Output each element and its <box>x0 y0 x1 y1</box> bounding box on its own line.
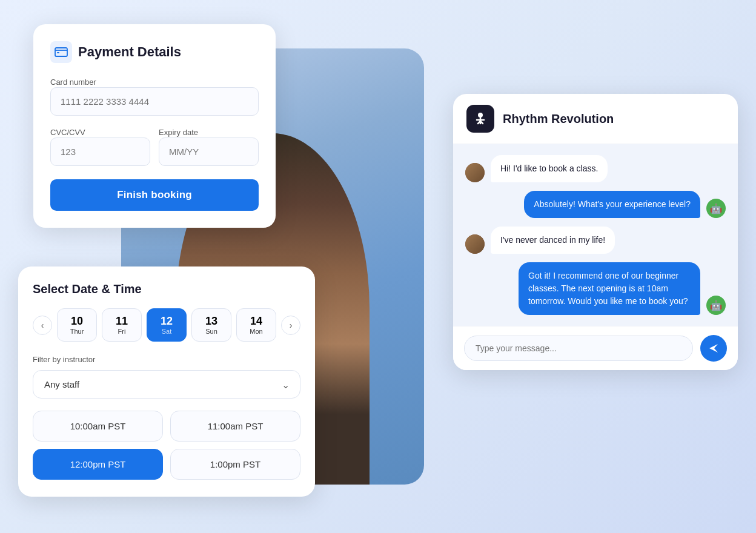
time-slot-3[interactable]: 1:00pm PST <box>170 449 300 480</box>
datetime-title: Select Date & Time <box>33 282 300 296</box>
time-slot-1[interactable]: 11:00am PST <box>170 411 300 442</box>
date-pills: 10Thur11Fri12Sat13Sun14Mon <box>57 308 276 342</box>
bot-message: Absolutely! What's your experience level… <box>524 191 700 218</box>
card-number-input[interactable] <box>50 87 259 116</box>
chat-input[interactable] <box>464 336 693 361</box>
time-slot-2[interactable]: 12:00pm PST <box>33 449 163 480</box>
finish-booking-button[interactable]: Finish booking <box>50 179 259 211</box>
date-pill-12[interactable]: 12Sat <box>147 308 187 342</box>
user-avatar <box>465 163 485 182</box>
user-avatar <box>465 234 485 254</box>
chat-title: Rhythm Revolution <box>503 112 614 126</box>
payment-title: Payment Details <box>78 44 181 60</box>
bot-message: Got it! I recommend one of our beginner … <box>519 262 700 315</box>
message-row-2: I've never danced in my life! <box>465 227 726 254</box>
date-pill-13[interactable]: 13Sun <box>191 308 231 342</box>
date-pill-14[interactable]: 14Mon <box>236 308 276 342</box>
svg-rect-1 <box>57 52 59 53</box>
message-row-0: Hi! I'd like to book a class. <box>465 155 726 182</box>
staff-select[interactable]: Any staff <box>33 370 300 399</box>
cvc-label: CVC/CVV <box>50 128 85 137</box>
chat-avatar <box>466 105 494 133</box>
date-pill-10[interactable]: 10Thur <box>57 308 97 342</box>
message-row-1: Absolutely! What's your experience level… <box>465 191 726 218</box>
chat-card: Rhythm Revolution Hi! I'd like to book a… <box>453 94 738 370</box>
next-date-button[interactable]: › <box>281 316 300 335</box>
payment-header: Payment Details <box>50 41 259 63</box>
date-selector: ‹ 10Thur11Fri12Sat13Sun14Mon › <box>33 308 300 342</box>
chat-messages: Hi! I'd like to book a class. Absolutely… <box>453 144 738 326</box>
payment-card: Payment Details Card number CVC/CVV Expi… <box>33 24 276 228</box>
datetime-card: Select Date & Time ‹ 10Thur11Fri12Sat13S… <box>18 266 315 497</box>
expiry-label: Expiry date <box>159 128 198 137</box>
expiry-input[interactable] <box>159 137 259 166</box>
time-grid: 10:00am PST11:00am PST12:00pm PST1:00pm … <box>33 411 300 480</box>
card-number-label: Card number <box>50 78 96 87</box>
message-row-3: Got it! I recommend one of our beginner … <box>465 262 726 315</box>
date-pill-11[interactable]: 11Fri <box>102 308 142 342</box>
svg-rect-0 <box>55 48 67 56</box>
bot-avatar: 🤖 <box>706 296 726 315</box>
credit-card-icon <box>50 41 72 63</box>
chat-header: Rhythm Revolution <box>453 94 738 144</box>
cvc-input[interactable] <box>50 137 150 166</box>
filter-label: Filter by instructor <box>33 355 300 364</box>
staff-select-wrapper: Any staff ⌄ <box>33 370 300 399</box>
time-slot-0[interactable]: 10:00am PST <box>33 411 163 442</box>
chat-input-row <box>453 326 738 370</box>
user-message: I've never danced in my life! <box>491 227 615 254</box>
user-message: Hi! I'd like to book a class. <box>491 155 608 182</box>
bot-avatar: 🤖 <box>706 199 726 218</box>
send-button[interactable] <box>700 335 727 362</box>
prev-date-button[interactable]: ‹ <box>33 316 52 335</box>
